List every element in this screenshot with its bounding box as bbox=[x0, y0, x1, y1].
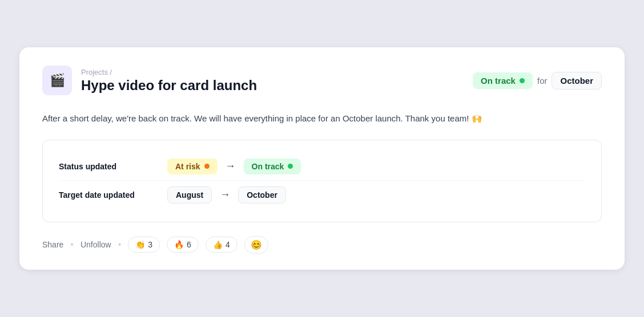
at-risk-badge: At risk bbox=[167, 158, 218, 174]
body-text: After a short delay, we're back on track… bbox=[42, 111, 602, 126]
breadcrumb-separator: / bbox=[110, 68, 112, 76]
at-risk-label: At risk bbox=[175, 162, 200, 171]
fire-emoji: 🔥 bbox=[174, 240, 184, 249]
date-arrow-icon: → bbox=[220, 189, 230, 201]
status-bar: On track for October bbox=[473, 72, 602, 90]
date-update-values: August → October bbox=[167, 186, 286, 204]
date-update-label: Target date updated bbox=[59, 190, 156, 200]
for-label: for bbox=[537, 76, 548, 86]
thumbsup-count: 4 bbox=[226, 240, 230, 249]
footer-dot-2: • bbox=[118, 239, 122, 250]
on-track-update-dot bbox=[288, 164, 293, 169]
on-track-update-label: On track bbox=[252, 162, 284, 171]
page-title: Hype video for card launch bbox=[81, 78, 257, 94]
add-reaction-icon: 😊 bbox=[251, 240, 262, 250]
footer-dot-1: • bbox=[70, 239, 74, 250]
on-track-dot bbox=[520, 78, 525, 83]
title-group: Projects / Hype video for card launch bbox=[81, 68, 257, 94]
reaction-btn-fire[interactable]: 🔥 6 bbox=[167, 237, 199, 253]
update-box: Status updated At risk → On track Target… bbox=[42, 140, 602, 222]
reaction-btn-clap[interactable]: 👏 3 bbox=[128, 237, 160, 253]
arrow-icon: → bbox=[226, 160, 236, 172]
clap-emoji: 👏 bbox=[135, 240, 145, 249]
breadcrumb-projects[interactable]: Projects bbox=[81, 68, 108, 76]
main-card: 🎬 Projects / Hype video for card launch … bbox=[19, 47, 625, 270]
header-left: 🎬 Projects / Hype video for card launch bbox=[42, 66, 257, 95]
unfollow-link[interactable]: Unfollow bbox=[80, 240, 111, 249]
clap-count: 3 bbox=[148, 240, 152, 249]
at-risk-dot bbox=[204, 164, 210, 169]
august-badge: August bbox=[167, 186, 212, 204]
breadcrumb: Projects / bbox=[81, 68, 257, 76]
on-track-badge: On track bbox=[473, 72, 533, 89]
october-badge: October bbox=[238, 186, 286, 204]
date-update-row: Target date updated August → October bbox=[59, 181, 585, 209]
fire-count: 6 bbox=[187, 240, 191, 249]
card-footer: Share • Unfollow • 👏 3 🔥 6 👍 4 😊 bbox=[42, 236, 602, 254]
project-icon: 🎬 bbox=[42, 66, 72, 95]
status-update-row: Status updated At risk → On track bbox=[59, 153, 585, 181]
on-track-label: On track bbox=[481, 76, 516, 86]
film-icon: 🎬 bbox=[50, 73, 65, 88]
status-update-label: Status updated bbox=[59, 162, 156, 171]
month-badge-october: October bbox=[552, 72, 602, 90]
status-update-values: At risk → On track bbox=[167, 158, 301, 174]
thumbsup-emoji: 👍 bbox=[213, 240, 223, 249]
on-track-update-badge: On track bbox=[244, 158, 301, 174]
reaction-btn-thumbsup[interactable]: 👍 4 bbox=[206, 237, 238, 253]
share-link[interactable]: Share bbox=[42, 240, 63, 249]
add-reaction-button[interactable]: 😊 bbox=[244, 236, 268, 254]
card-header: 🎬 Projects / Hype video for card launch … bbox=[42, 66, 602, 95]
